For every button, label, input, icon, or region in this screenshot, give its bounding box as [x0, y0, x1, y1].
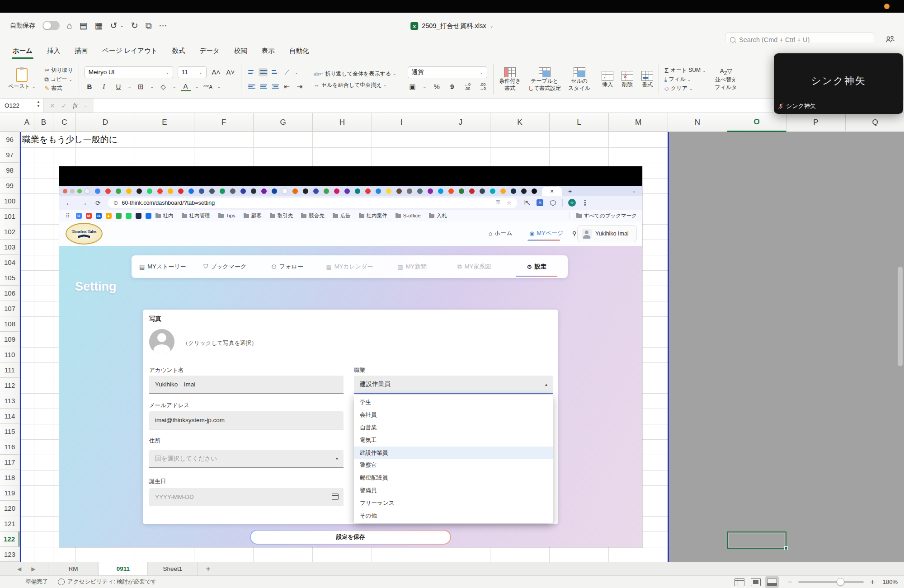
sheet-prev-icon[interactable]: ◀ — [17, 566, 21, 572]
pinned-tab-favicon[interactable] — [386, 188, 391, 194]
bookmark-item-社内案件[interactable]: 社内案件 — [359, 212, 387, 219]
selected-cell-O122[interactable] — [727, 532, 786, 549]
pinned-tab-favicon[interactable] — [324, 188, 329, 194]
sheet-next-icon[interactable]: ▶ — [31, 566, 35, 572]
increase-font-icon[interactable]: A˄ — [211, 68, 221, 76]
pinned-tab-favicon[interactable] — [355, 188, 360, 194]
row-header-102[interactable]: 102 — [0, 224, 20, 240]
more-commands-icon[interactable]: ⋯ — [159, 21, 167, 30]
column-header-M[interactable]: M — [609, 113, 668, 132]
bold-button[interactable]: B — [85, 83, 94, 90]
page-layout-view-icon[interactable] — [751, 578, 761, 586]
font-name-select[interactable]: Meiryo UI⌄ — [85, 66, 173, 78]
back-icon[interactable]: ← — [66, 199, 72, 207]
column-header-D[interactable]: D — [76, 113, 135, 132]
ribbon-tab-ページ レイアウト[interactable]: ページ レイアウト — [96, 43, 164, 60]
bookmark-favicon[interactable] — [146, 213, 151, 219]
pinned-tab-favicon[interactable] — [303, 188, 308, 194]
column-header-H[interactable]: H — [313, 113, 372, 132]
all-bookmarks-button[interactable]: すべてのブックマーク — [570, 212, 637, 219]
bookmark-favicon[interactable] — [116, 213, 122, 219]
pinned-tab-favicon[interactable] — [334, 188, 339, 194]
zoom-slider[interactable] — [798, 581, 864, 583]
pinned-tab-favicon[interactable] — [85, 188, 90, 194]
ribbon-tab-自動化[interactable]: 自動化 — [283, 43, 315, 60]
save-icon[interactable]: ▤ — [79, 21, 87, 30]
column-header-C[interactable]: C — [53, 113, 76, 132]
bookmark-item-取引先[interactable]: 取引先 — [270, 212, 293, 219]
bookmark-favicon[interactable]: M — [86, 213, 92, 219]
column-header-P[interactable]: P — [786, 113, 846, 132]
row-header-108[interactable]: 108 — [0, 316, 20, 332]
site-tab-ブックマーク[interactable]: ⛉ブックマーク — [194, 255, 256, 278]
apps-grid-icon[interactable]: ⠿ — [66, 212, 71, 219]
bookmark-favicon[interactable]: 31 — [96, 213, 102, 219]
minimize-traffic-light[interactable] — [70, 189, 75, 193]
row-header-119[interactable]: 119 — [0, 485, 20, 501]
paste-button[interactable]: ペースト⌄ — [8, 68, 35, 90]
number-format-select[interactable]: 通貨⌄ — [408, 66, 487, 78]
orientation-icon[interactable]: ⟋ — [282, 68, 292, 76]
decrease-font-icon[interactable]: A˅ — [226, 68, 235, 76]
copy-button[interactable]: ⧉コピー⌄ — [44, 75, 73, 83]
column-header-N[interactable]: N — [668, 113, 727, 132]
align-center-icon[interactable] — [259, 83, 268, 91]
site-tab-MY家系図[interactable]: ⧉MY家系図 — [443, 255, 505, 278]
save-as-icon[interactable]: ▦ — [94, 21, 103, 30]
row-header-109[interactable]: 109 — [0, 332, 20, 347]
column-header-J[interactable]: J — [431, 113, 490, 132]
occupation-option-警察官[interactable]: 警察官 — [354, 459, 553, 472]
tab-search-caret-icon[interactable]: ⌄ — [632, 188, 636, 193]
row-header-122[interactable]: 122 — [0, 532, 20, 547]
name-box[interactable]: O122 ▲▼ — [0, 99, 43, 113]
pinned-tab-favicon[interactable] — [168, 188, 173, 194]
password-key-icon[interactable]: ⚿ — [496, 199, 500, 206]
bookmark-favicon[interactable] — [136, 213, 141, 219]
bookmark-item-競合先[interactable]: 競合先 — [301, 212, 325, 219]
switch-windows-icon[interactable]: ⧉ — [146, 21, 152, 30]
bookmark-item-顧客[interactable]: 顧客 — [244, 212, 262, 219]
sheet-tab-RM[interactable]: RM — [48, 562, 98, 575]
bookmark-item-広告[interactable]: 広告 — [333, 212, 351, 219]
autosum-button[interactable]: Σオート SUM⌄ — [664, 66, 706, 74]
row-header-116[interactable]: 116 — [0, 439, 20, 455]
align-left-icon[interactable] — [247, 83, 256, 91]
row-header-100[interactable]: 100 — [0, 193, 20, 209]
column-header-F[interactable]: F — [194, 113, 254, 132]
row-header-112[interactable]: 112 — [0, 378, 20, 393]
address-select[interactable]: 国を選択してください ▾ — [149, 450, 344, 468]
occupation-option-会社員[interactable]: 会社員 — [354, 409, 553, 422]
row-header-115[interactable]: 115 — [0, 424, 20, 439]
column-header-I[interactable]: I — [372, 113, 431, 132]
row-header-111[interactable]: 111 — [0, 362, 20, 378]
pinned-tab-favicon[interactable] — [313, 188, 319, 194]
normal-view-icon[interactable] — [734, 578, 744, 586]
underline-button[interactable]: U — [113, 83, 123, 90]
ribbon-tab-数式[interactable]: 数式 — [166, 43, 192, 60]
profile-avatar[interactable]: 今 — [568, 199, 576, 207]
zoom-level[interactable]: 180% — [883, 579, 898, 585]
active-browser-tab[interactable]: ✕ — [542, 187, 562, 196]
row-header-120[interactable]: 120 — [0, 501, 20, 516]
page-break-view-icon[interactable] — [767, 578, 777, 586]
reload-icon[interactable]: ⟳ — [95, 199, 101, 207]
row-header-98[interactable]: 98 — [0, 163, 20, 178]
row-header-104[interactable]: 104 — [0, 255, 20, 270]
ribbon-tab-描画[interactable]: 描画 — [68, 43, 94, 60]
column-header-K[interactable]: K — [490, 113, 550, 132]
row-header-96[interactable]: 96 — [0, 132, 20, 147]
embedded-screenshot[interactable]: ✕+⌄ ← → ⟳ ⊙ 60-think.com/dashboard/?tab=… — [59, 166, 642, 547]
pinned-tab-favicon[interactable] — [157, 188, 163, 194]
pinned-tab-favicon[interactable] — [376, 188, 381, 194]
site-tab-設定[interactable]: ⚙設定 — [505, 255, 568, 278]
align-right-icon[interactable] — [270, 83, 279, 91]
site-tab-フォロー[interactable]: ⚇フォロー — [256, 255, 319, 278]
account-input[interactable]: Yukihiko Imai — [149, 376, 344, 394]
decrease-indent-icon[interactable]: ⇤ — [282, 83, 292, 91]
site-logo[interactable]: Timeless Tales — [66, 223, 103, 245]
namebox-stepper-icon[interactable]: ▲▼ — [37, 100, 40, 108]
font-color-icon[interactable]: A — [181, 82, 191, 91]
align-middle-icon[interactable] — [259, 68, 268, 76]
confirm-entry-icon[interactable]: ✓ — [61, 102, 67, 109]
pinned-tab-favicon[interactable] — [469, 188, 475, 194]
